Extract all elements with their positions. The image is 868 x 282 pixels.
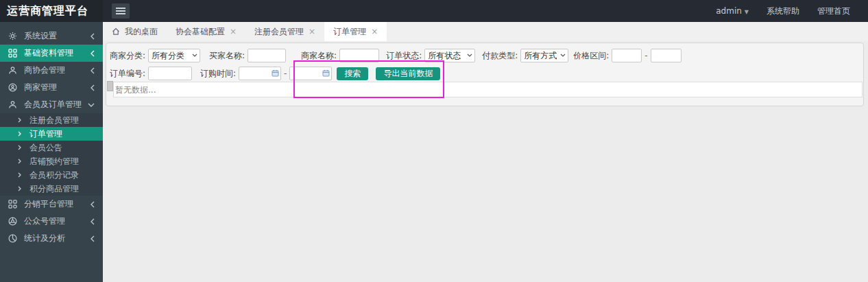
member-orders-submenu: 注册会员管理 订单管理 会员公告 店铺预约管理 会员积分记录 积分商品管理 bbox=[0, 113, 103, 196]
buyer-name-input[interactable] bbox=[248, 49, 286, 62]
export-current-data-button[interactable]: 导出当前数据 bbox=[376, 67, 440, 80]
sidebar-item-label: 统计及分析 bbox=[24, 233, 65, 244]
sidebar: 系统设置 基础资料管理 商协会管理 商家管理 bbox=[0, 22, 103, 282]
merchant-category-select[interactable]: 所有分类 bbox=[148, 49, 200, 62]
order-no-input[interactable] bbox=[148, 67, 192, 80]
tab-label: 我的桌面 bbox=[125, 26, 158, 38]
sidebar-item-basic-data[interactable]: 基础资料管理 bbox=[0, 45, 103, 62]
tab-label: 协会基础配置 bbox=[176, 26, 225, 38]
sidebar-item-official-account[interactable]: 公众号管理 bbox=[0, 213, 103, 230]
order-time-to-input[interactable] bbox=[289, 67, 332, 80]
content-area: 商家分类: 所有分类 买家名称: 商家名称: 订单状态: 所有状态 付款类型: bbox=[103, 41, 868, 282]
tab-bar: 我的桌面 协会基础配置 × 注册会员管理 × 订单管理 × bbox=[103, 22, 868, 41]
chevron-left-icon bbox=[91, 50, 95, 57]
merchant-name-input[interactable] bbox=[339, 49, 379, 62]
hamburger-menu-icon[interactable] bbox=[112, 3, 130, 19]
chevron-left-icon bbox=[91, 201, 95, 208]
sidebar-item-label: 会员及订单管理 bbox=[24, 99, 82, 110]
chevron-right-icon bbox=[18, 117, 21, 123]
chevron-down-icon bbox=[88, 103, 95, 107]
empty-data-row: 暂无数据... bbox=[113, 82, 863, 97]
price-max-input[interactable] bbox=[651, 49, 682, 62]
order-status-select[interactable]: 所有状态 bbox=[424, 49, 475, 62]
sidebar-item-statistics[interactable]: 统计及分析 bbox=[0, 230, 103, 247]
chevron-right-icon bbox=[18, 158, 21, 164]
topbar: 运营商管理平台 admin▼ 系统帮助 管理首页 bbox=[0, 0, 868, 22]
system-help-link[interactable]: 系统帮助 bbox=[767, 5, 799, 17]
sidebar-item-label: 商家管理 bbox=[24, 82, 57, 93]
submenu-item-order-management[interactable]: 订单管理 bbox=[0, 127, 103, 141]
order-no-label: 订单编号: bbox=[110, 68, 145, 80]
chevron-right-icon bbox=[18, 145, 21, 150]
search-button[interactable]: 搜索 bbox=[337, 67, 368, 80]
submenu-item-label: 会员积分记录 bbox=[29, 169, 79, 181]
submenu-item-points-products[interactable]: 积分商品管理 bbox=[0, 182, 103, 196]
chevron-left-icon bbox=[91, 33, 95, 40]
payment-type-select[interactable]: 所有方式 bbox=[520, 49, 568, 62]
pie-icon bbox=[8, 234, 18, 244]
chevron-left-icon bbox=[91, 67, 95, 74]
order-filter-panel: 商家分类: 所有分类 买家名称: 商家名称: 订单状态: 所有状态 付款类型: bbox=[106, 43, 864, 106]
user-dropdown[interactable]: admin▼ bbox=[716, 6, 749, 16]
chevron-right-icon bbox=[18, 131, 21, 137]
tab-order-management[interactable]: 订单管理 × bbox=[324, 22, 387, 41]
user-circle-icon bbox=[8, 83, 18, 93]
orders-table: 暂无数据... bbox=[107, 81, 863, 97]
sidebar-item-label: 基础资料管理 bbox=[24, 47, 73, 59]
caret-down-icon: ▼ bbox=[745, 9, 749, 15]
sidebar-item-label: 商协会管理 bbox=[24, 64, 65, 76]
order-time-label: 订购时间: bbox=[200, 68, 236, 80]
share-icon bbox=[8, 200, 18, 209]
submenu-item-label: 注册会员管理 bbox=[29, 115, 79, 126]
filter-row-2: 订单编号: 订购时间: - 搜索 导出当前数据 bbox=[110, 66, 860, 81]
user-icon bbox=[8, 100, 18, 110]
order-time-from-input[interactable] bbox=[239, 67, 281, 80]
sidebar-item-distribution-platform[interactable]: 分销平台管理 bbox=[0, 196, 103, 213]
payment-type-label: 付款类型: bbox=[482, 50, 518, 62]
submenu-item-label: 订单管理 bbox=[29, 128, 62, 140]
user-icon bbox=[8, 66, 18, 75]
submenu-item-label: 积分商品管理 bbox=[29, 183, 79, 195]
sidebar-item-system-settings[interactable]: 系统设置 bbox=[0, 27, 103, 45]
buyer-name-label: 买家名称: bbox=[209, 50, 245, 62]
chevron-right-icon bbox=[18, 186, 21, 191]
order-time-separator: - bbox=[284, 69, 287, 78]
merchant-category-label: 商家分类: bbox=[110, 50, 145, 62]
tab-association-config[interactable]: 协会基础配置 × bbox=[167, 22, 245, 41]
price-range-label: 价格区间: bbox=[573, 50, 609, 62]
wheel-icon bbox=[8, 217, 18, 226]
chevron-left-icon bbox=[91, 84, 95, 91]
main-area: 我的桌面 协会基础配置 × 注册会员管理 × 订单管理 × 商家分类: 所有分类 bbox=[103, 22, 868, 282]
submenu-item-label: 会员公告 bbox=[29, 142, 62, 154]
sidebar-item-label: 系统设置 bbox=[24, 30, 57, 42]
chevron-right-icon bbox=[18, 172, 21, 178]
topbar-right: admin▼ 系统帮助 管理首页 bbox=[716, 5, 868, 17]
gear-icon bbox=[8, 32, 18, 41]
app-title: 运营商管理平台 bbox=[0, 0, 103, 22]
tab-my-desktop[interactable]: 我的桌面 bbox=[103, 22, 167, 41]
submenu-item-member-announcements[interactable]: 会员公告 bbox=[0, 141, 103, 154]
order-status-label: 订单状态: bbox=[386, 50, 422, 62]
close-icon[interactable]: × bbox=[230, 27, 237, 36]
submenu-item-registered-members[interactable]: 注册会员管理 bbox=[0, 113, 103, 127]
sidebar-item-member-orders[interactable]: 会员及订单管理 bbox=[0, 96, 103, 113]
price-min-input[interactable] bbox=[612, 49, 642, 62]
merchant-name-label: 商家名称: bbox=[301, 50, 337, 62]
close-icon[interactable]: × bbox=[371, 27, 378, 36]
submenu-item-store-reservations[interactable]: 店铺预约管理 bbox=[0, 154, 103, 168]
sidebar-item-business-association[interactable]: 商协会管理 bbox=[0, 62, 103, 79]
close-icon[interactable]: × bbox=[309, 27, 315, 36]
table-header-cell bbox=[107, 81, 113, 91]
sidebar-item-merchant-management[interactable]: 商家管理 bbox=[0, 79, 103, 96]
grid-icon bbox=[8, 49, 18, 58]
filter-row-1: 商家分类: 所有分类 买家名称: 商家名称: 订单状态: 所有状态 付款类型: bbox=[110, 48, 860, 63]
admin-home-link[interactable]: 管理首页 bbox=[817, 5, 850, 17]
operator-admin-page: 运营商管理平台 admin▼ 系统帮助 管理首页 系统设置 基础资料管理 bbox=[0, 0, 868, 282]
submenu-item-member-points[interactable]: 会员积分记录 bbox=[0, 168, 103, 182]
price-range-separator: - bbox=[644, 51, 647, 60]
submenu-item-label: 店铺预约管理 bbox=[29, 156, 79, 167]
sidebar-item-label: 公众号管理 bbox=[24, 215, 65, 227]
tab-registered-members[interactable]: 注册会员管理 × bbox=[245, 22, 324, 41]
tab-label: 注册会员管理 bbox=[254, 26, 304, 38]
chevron-left-icon bbox=[91, 235, 95, 242]
